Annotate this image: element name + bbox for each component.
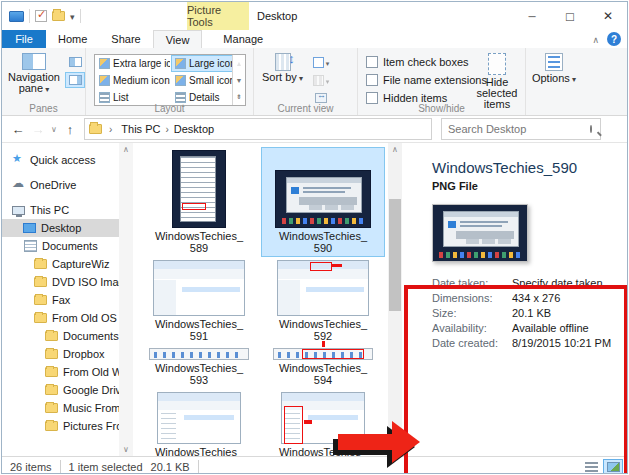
sidebar-item-from-old-win[interactable]: From Old Win xyxy=(2,363,119,381)
forward-icon[interactable]: → xyxy=(28,122,48,137)
layout-option-label: Medium icons xyxy=(113,75,171,86)
status-separator xyxy=(198,460,199,473)
sidebar-item-pictures-from[interactable]: Pictures From xyxy=(2,417,119,435)
preview-pane-button[interactable] xyxy=(65,54,85,70)
tab-view[interactable]: View xyxy=(153,30,203,48)
scroll-up-icon[interactable]: ∧ xyxy=(388,143,402,156)
layout-scroll-up-icon[interactable]: ▲ xyxy=(233,55,245,72)
details-view-button[interactable] xyxy=(581,459,601,475)
sidebar-item-dvd-iso-image[interactable]: DVD ISO Image xyxy=(2,273,119,291)
properties-icon[interactable] xyxy=(35,10,47,22)
breadcrumb-item-desktop[interactable]: Desktop xyxy=(172,123,216,135)
file-tile-windowstechies-591[interactable]: WindowsTechies_591 xyxy=(137,257,261,345)
sidebar-item-desktop[interactable]: Desktop xyxy=(2,219,119,237)
file-grid: WindowsTechies_589WindowsTechies_590Wind… xyxy=(133,143,388,456)
file-tile-windowstechies[interactable]: WindowsTechies_ xyxy=(137,389,261,456)
collapse-ribbon-icon[interactable] xyxy=(592,33,599,45)
taskbar-screenshot-annotated-thumbnail xyxy=(273,348,373,360)
property-value: Available offline xyxy=(512,321,589,336)
maximize-button[interactable] xyxy=(551,2,589,30)
scroll-down-icon[interactable]: ∨ xyxy=(388,443,402,456)
layout-option-icon xyxy=(99,92,110,103)
breadcrumb-item-this-pc[interactable]: This PC xyxy=(119,123,162,135)
layout-option-icon xyxy=(175,75,186,86)
breadcrumb: This PC›Desktop xyxy=(119,123,216,135)
property-label: Date taken: xyxy=(432,276,512,291)
file-tile-windowstechies-589[interactable]: WindowsTechies_589 xyxy=(137,147,261,257)
back-icon[interactable]: ← xyxy=(8,122,28,137)
sidebar-item-label: Quick access xyxy=(30,154,95,166)
ribbon-extras: ? xyxy=(592,30,621,48)
file-label-line: 594 xyxy=(279,374,367,386)
sidebar-item-fax[interactable]: Fax xyxy=(2,291,119,309)
options-button[interactable]: Options xyxy=(530,51,578,115)
sidebar-item-label: From Old OS xyxy=(52,312,117,324)
sidebar-item-google-drive[interactable]: Google Drive xyxy=(2,381,119,399)
thumbnails-view-button[interactable] xyxy=(603,459,623,475)
add-columns-button[interactable] xyxy=(311,72,331,88)
tab-home[interactable]: Home xyxy=(46,30,99,48)
search-input[interactable] xyxy=(442,123,590,135)
sidebar-item-label: Music From O xyxy=(63,402,119,414)
file-tile-windowstechies-590[interactable]: WindowsTechies_590 xyxy=(261,147,385,257)
layout-option-icon xyxy=(99,75,110,86)
checkbox-item-check-boxes[interactable]: Item check boxes xyxy=(366,56,470,68)
sidebar-item-label: Dropbox xyxy=(63,348,105,360)
sidebar-scroll-up-icon[interactable]: ∧ xyxy=(123,143,129,156)
address-box[interactable]: › This PC›Desktop xyxy=(84,118,432,140)
file-tile-windowstechies-592[interactable]: WindowsTechies_592 xyxy=(261,257,385,345)
search-icon[interactable] xyxy=(590,125,592,133)
customize-qat-caret-icon[interactable] xyxy=(70,10,75,22)
breadcrumb-chevron-icon: › xyxy=(162,124,171,135)
tab-file[interactable]: File xyxy=(2,30,46,48)
details-pane: WindowsTechies_590 PNG File Date taken:S… xyxy=(402,143,627,456)
up-icon[interactable]: ↑ xyxy=(60,122,80,137)
sidebar-scrollbar[interactable]: ∧ ∨ xyxy=(119,143,133,456)
window-title: Desktop xyxy=(257,2,297,30)
scrollbar-thumb[interactable] xyxy=(389,199,401,311)
folder-icon xyxy=(45,385,58,395)
file-tile-windowstechies-593[interactable]: WindowsTechies_593 xyxy=(137,345,261,389)
sidebar-item-dropbox[interactable]: Dropbox xyxy=(2,345,119,363)
file-tile-windowstechies-594[interactable]: WindowsTechies_594 xyxy=(261,345,385,389)
checkbox-file-name-extensions[interactable]: File name extensions xyxy=(366,74,470,86)
sidebar-item-music-from-o[interactable]: Music From O xyxy=(2,399,119,417)
folder-icon xyxy=(45,349,58,359)
sidebar-item-from-old-os[interactable]: From Old OS xyxy=(2,309,119,327)
layout-scroll-down-icon[interactable]: ▼ xyxy=(233,72,245,89)
title-bar: Picture Tools Desktop xyxy=(2,2,627,30)
file-tile-windowstechies[interactable]: WindowsTechies_ xyxy=(261,389,385,456)
layout-option-small-icons[interactable]: Small icons xyxy=(171,72,233,89)
sidebar-item-onedrive[interactable]: OneDrive xyxy=(2,176,119,194)
file-label: WindowsTechies_ xyxy=(279,446,367,456)
window-controls xyxy=(513,2,627,30)
details-pane-button[interactable] xyxy=(65,72,85,88)
sidebar-item-documents[interactable]: Documents xyxy=(2,237,119,255)
run-dialog-screenshot-thumbnail xyxy=(275,170,371,228)
layout-option-extra-large-icons[interactable]: Extra large icons xyxy=(95,55,171,72)
group-by-button[interactable] xyxy=(311,54,331,70)
close-button[interactable] xyxy=(589,2,627,30)
tab-share[interactable]: Share xyxy=(99,30,152,48)
layout-option-large-icons[interactable]: Large icons xyxy=(171,55,233,72)
sidebar-scroll-down-icon[interactable]: ∨ xyxy=(123,443,129,456)
folder-icon xyxy=(45,403,58,413)
layout-scroll: ▲ ▼ ⇟ xyxy=(232,55,245,105)
help-icon[interactable]: ? xyxy=(607,32,621,46)
sidebar-item-documents-f[interactable]: Documents F xyxy=(2,327,119,345)
layout-option-medium-icons[interactable]: Medium icons xyxy=(95,72,171,89)
layout-option-label: Large icons xyxy=(189,58,233,69)
minimize-button[interactable] xyxy=(513,2,551,30)
property-row-size: Size:20.1 KB xyxy=(432,306,627,321)
recent-locations-caret-icon[interactable]: ∨ xyxy=(48,125,60,134)
sidebar-item-quick-access[interactable]: Quick access xyxy=(2,151,119,169)
sidebar-item-label: CaptureWiz xyxy=(52,258,109,270)
tab-manage[interactable]: Manage xyxy=(211,30,275,48)
new-folder-icon[interactable] xyxy=(52,11,65,21)
file-list-scrollbar[interactable]: ∧ ∨ xyxy=(388,143,402,456)
show-hide-group: Item check boxesFile name extensionsHidd… xyxy=(358,48,526,115)
sidebar-item-capturewiz[interactable]: CaptureWiz xyxy=(2,255,119,273)
panes-group: Navigation pane Panes xyxy=(2,48,86,115)
sidebar-item-this-pc[interactable]: This PC xyxy=(2,201,119,219)
main-area: Quick accessOneDriveThis PCDesktopDocume… xyxy=(2,143,627,456)
